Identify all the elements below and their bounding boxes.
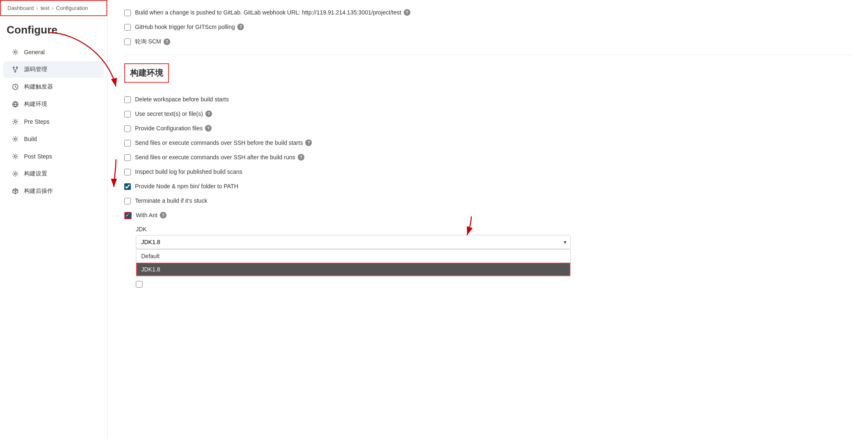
sidebar-nav: General 源码管理 [0, 41, 107, 202]
sidebar-item-post-steps[interactable]: Post Steps [3, 148, 104, 165]
help-ssh-before[interactable]: ? [305, 139, 312, 146]
sidebar-label-env: 构建环境 [24, 101, 47, 108]
check-row-secret-text: Use secret text(s) or file(s) ? [124, 110, 851, 118]
check-row-github: GitHub hook trigger for GITScm polling ? [124, 23, 851, 31]
breadcrumb: Dashboard › test › Configuration [0, 0, 107, 16]
jdk-label: JDK [136, 226, 851, 233]
fork-icon [12, 66, 19, 73]
svg-point-2 [13, 67, 14, 68]
checkbox-extra[interactable] [136, 281, 142, 288]
check-row-extra [136, 280, 851, 288]
jdk-select-wrapper: JDK1.8 ▾ [136, 235, 571, 249]
jdk-option-default[interactable]: Default [136, 249, 570, 263]
check-row-poll-scm: 轮询 SCM ? [124, 37, 851, 46]
check-row-ssh-before: Send files or execute commands over SSH … [124, 139, 851, 147]
check-row-delete-workspace: Delete workspace before build starts [124, 95, 851, 104]
svg-point-4 [15, 71, 16, 72]
label-config-files: Provide Configuration files ? [135, 125, 212, 132]
checkbox-ssh-before[interactable] [124, 140, 131, 146]
sidebar-item-post-build[interactable]: 构建后操作 [3, 183, 104, 199]
gear-icon [12, 48, 19, 56]
sidebar-item-build[interactable]: Build [3, 131, 104, 147]
sidebar-label-post-build: 构建后操作 [24, 187, 53, 195]
breadcrumb-test[interactable]: test [41, 5, 49, 11]
sidebar-item-triggers[interactable]: 构建触发器 [3, 79, 104, 95]
checkbox-poll-scm[interactable] [124, 38, 131, 45]
sidebar-item-env[interactable]: 构建环境 [3, 96, 104, 113]
help-poll-scm[interactable]: ? [164, 38, 170, 45]
svg-point-3 [17, 67, 18, 68]
sidebar-item-scm[interactable]: 源码管理 [3, 61, 104, 78]
jdk-option-jdk18[interactable]: JDK1.8 [136, 263, 570, 276]
breadcrumb-dashboard[interactable]: Dashboard [7, 5, 34, 11]
build-env-section: 构建环境 Delete workspace before build start… [124, 63, 851, 288]
page-title: Configure [0, 16, 107, 41]
sidebar-item-pre-steps[interactable]: Pre Steps [3, 113, 104, 130]
jdk-dropdown-list: Default JDK1.8 [136, 249, 571, 276]
main-content: Build when a change is pushed to GitLab.… [108, 0, 868, 439]
checkbox-delete-workspace[interactable] [124, 96, 131, 103]
checkbox-secret-text[interactable] [124, 111, 131, 118]
sidebar-item-general[interactable]: General [3, 44, 104, 60]
clock-icon [12, 83, 19, 91]
help-github[interactable]: ? [237, 24, 244, 30]
check-row-node-npm: Provide Node & npm bin/ folder to PATH [124, 182, 851, 191]
sidebar-label-triggers: 构建触发器 [24, 83, 53, 91]
sidebar-item-settings[interactable]: 构建设置 [3, 166, 104, 182]
check-row-terminate: Terminate a build if it's stuck [124, 197, 851, 205]
sidebar-label-settings: 构建设置 [24, 170, 47, 178]
checkbox-terminate[interactable] [124, 198, 131, 204]
check-row-ssh-after: Send files or execute commands over SSH … [124, 153, 851, 162]
checkbox-with-ant[interactable] [124, 212, 132, 219]
label-with-ant: With Ant ? [136, 212, 166, 218]
top-checkboxes-section: Build when a change is pushed to GitLab.… [124, 8, 851, 46]
svg-point-1 [14, 51, 17, 53]
check-row-gitlab: Build when a change is pushed to GitLab.… [124, 8, 851, 17]
gear5-icon [12, 170, 19, 178]
sidebar-label-scm: 源码管理 [24, 66, 47, 73]
globe-icon [12, 101, 19, 108]
breadcrumb-configuration[interactable]: Configuration [56, 5, 88, 11]
gear2-icon [12, 118, 19, 125]
label-terminate: Terminate a build if it's stuck [135, 197, 207, 204]
checkbox-node-npm[interactable] [124, 183, 131, 190]
label-inspect-log: Inspect build log for published build sc… [135, 168, 242, 175]
check-row-with-ant: With Ant ? [124, 211, 851, 220]
sidebar-label-build: Build [24, 136, 37, 142]
cube-icon [12, 187, 19, 195]
svg-point-7 [14, 121, 17, 123]
label-secret-text: Use secret text(s) or file(s) ? [135, 110, 212, 117]
sidebar-label-general: General [24, 49, 45, 55]
gear3-icon [12, 135, 19, 143]
jdk-select[interactable]: JDK1.8 [136, 235, 571, 249]
label-poll-scm: 轮询 SCM ? [135, 38, 170, 46]
label-node-npm: Provide Node & npm bin/ folder to PATH [135, 183, 238, 190]
label-delete-workspace: Delete workspace before build starts [135, 96, 229, 103]
help-with-ant[interactable]: ? [160, 212, 166, 218]
help-config-files[interactable]: ? [205, 125, 212, 132]
sidebar-label-pre-steps: Pre Steps [24, 118, 49, 125]
check-row-inspect-log: Inspect build log for published build sc… [124, 168, 851, 176]
help-gitlab[interactable]: ? [404, 9, 410, 16]
gear4-icon [12, 153, 19, 160]
label-gitlab: Build when a change is pushed to GitLab.… [135, 9, 410, 16]
check-row-config-files: Provide Configuration files ? [124, 124, 851, 133]
svg-point-9 [14, 156, 17, 158]
label-ssh-before: Send files or execute commands over SSH … [135, 139, 312, 146]
svg-point-8 [14, 138, 17, 140]
label-github: GitHub hook trigger for GITScm polling ? [135, 24, 244, 30]
sidebar: Dashboard › test › Configuration Configu… [0, 0, 108, 439]
build-env-title: 构建环境 [124, 63, 169, 83]
checkbox-github[interactable] [124, 24, 131, 31]
sidebar-label-post-steps: Post Steps [24, 153, 52, 160]
checkbox-inspect-log[interactable] [124, 169, 131, 175]
jdk-section: JDK JDK1.8 ▾ [136, 226, 851, 288]
svg-point-10 [14, 173, 17, 175]
section-divider [124, 55, 851, 55]
checkbox-config-files[interactable] [124, 125, 131, 132]
checkbox-ssh-after[interactable] [124, 154, 131, 161]
label-ssh-after: Send files or execute commands over SSH … [135, 154, 304, 161]
help-secret-text[interactable]: ? [205, 110, 212, 117]
help-ssh-after[interactable]: ? [298, 154, 304, 161]
checkbox-gitlab[interactable] [124, 10, 131, 16]
